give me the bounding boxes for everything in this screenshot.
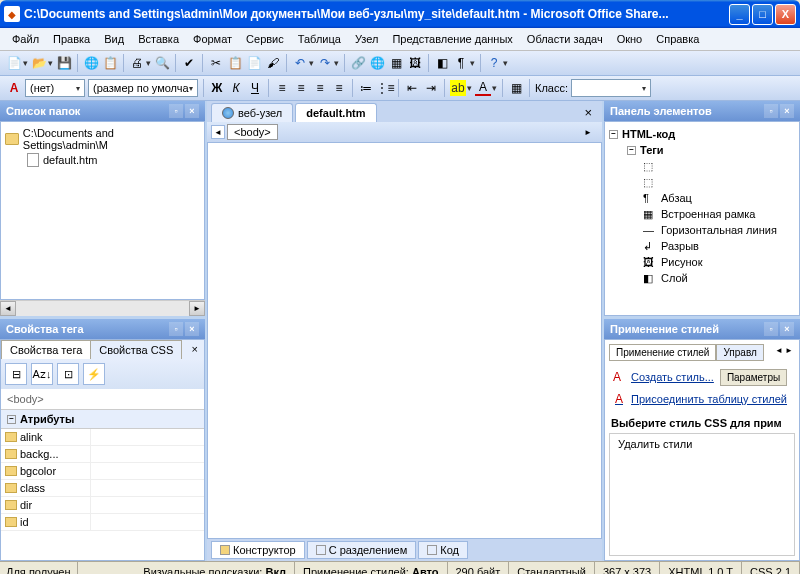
styles-tab-apply[interactable]: Применение стилей: [609, 344, 716, 361]
print-icon[interactable]: 🖨: [129, 55, 145, 71]
create-style-link[interactable]: Создать стиль...: [629, 367, 716, 387]
cut-icon[interactable]: ✂: [208, 55, 224, 71]
align-left-icon[interactable]: ≡: [274, 80, 290, 96]
tab-tag-props[interactable]: Свойства тега: [1, 340, 91, 359]
image-icon[interactable]: 🖼: [407, 55, 423, 71]
styles-tab-manage[interactable]: Управл: [716, 344, 763, 361]
doc-close-icon[interactable]: ×: [578, 103, 598, 122]
tabs-close-icon[interactable]: ×: [186, 340, 204, 359]
layers-icon[interactable]: ◧: [434, 55, 450, 71]
folder-file[interactable]: default.htm: [5, 152, 200, 168]
menu-insert[interactable]: Вставка: [132, 31, 185, 47]
folder-root[interactable]: C:\Documents and Settings\admin\М: [5, 126, 200, 152]
table-icon[interactable]: ▦: [388, 55, 404, 71]
folders-pin-icon[interactable]: ▫: [169, 104, 183, 118]
folders-close-icon[interactable]: ×: [185, 104, 199, 118]
new-icon[interactable]: 📄: [6, 55, 22, 71]
bc-body-tag[interactable]: <body>: [227, 124, 278, 140]
prop-evt-icon[interactable]: ⚡: [83, 363, 105, 385]
view-constructor[interactable]: Конструктор: [211, 541, 305, 559]
elements-close-icon[interactable]: ×: [780, 104, 794, 118]
prop-cat-icon[interactable]: ⊟: [5, 363, 27, 385]
element-item[interactable]: ⬚: [609, 158, 795, 174]
tab-css-props[interactable]: Свойства CSS: [90, 340, 182, 359]
prop-az-icon[interactable]: Aᴢ↓: [31, 363, 53, 385]
spell-icon[interactable]: ✔: [181, 55, 197, 71]
italic-icon[interactable]: К: [228, 80, 244, 96]
tagprops-pin-icon[interactable]: ▫: [169, 322, 183, 336]
elements-pin-icon[interactable]: ▫: [764, 104, 778, 118]
tagprops-close-icon[interactable]: ×: [185, 322, 199, 336]
size-combo[interactable]: (размер по умолча▾: [88, 79, 198, 97]
tab-default-htm[interactable]: default.htm: [295, 103, 376, 122]
num-list-icon[interactable]: ≔: [358, 80, 374, 96]
menu-datapres[interactable]: Представление данных: [386, 31, 518, 47]
fontcolor-icon[interactable]: A: [475, 80, 491, 96]
style-icon[interactable]: A: [6, 80, 22, 96]
collapse-icon[interactable]: −: [627, 146, 636, 155]
prop-show-icon[interactable]: ⊡: [57, 363, 79, 385]
view-code[interactable]: Код: [418, 541, 468, 559]
align-center-icon[interactable]: ≡: [293, 80, 309, 96]
menu-table[interactable]: Таблица: [292, 31, 347, 47]
web-icon[interactable]: 🌐: [369, 55, 385, 71]
remove-styles-item[interactable]: Удалить стили: [610, 434, 794, 454]
attr-row[interactable]: backg...: [1, 446, 204, 463]
collapse-icon[interactable]: −: [7, 415, 16, 424]
menu-taskpane[interactable]: Области задач: [521, 31, 609, 47]
preview-icon[interactable]: 📋: [102, 55, 118, 71]
redo-icon[interactable]: ↷: [317, 55, 333, 71]
align-justify-icon[interactable]: ≡: [331, 80, 347, 96]
bul-list-icon[interactable]: ⋮≡: [377, 80, 393, 96]
attr-row[interactable]: bgcolor: [1, 463, 204, 480]
class-combo[interactable]: ▾: [571, 79, 651, 97]
attr-row[interactable]: id: [1, 514, 204, 531]
undo-icon[interactable]: ↶: [292, 55, 308, 71]
copy-icon[interactable]: 📋: [227, 55, 243, 71]
open-icon[interactable]: 📂: [31, 55, 47, 71]
styles-close-icon[interactable]: ×: [780, 322, 794, 336]
publish-icon[interactable]: 🌐: [83, 55, 99, 71]
style-combo[interactable]: (нет)▾: [25, 79, 85, 97]
attr-row[interactable]: alink: [1, 429, 204, 446]
paste-icon[interactable]: 📄: [246, 55, 262, 71]
elem-tags-node[interactable]: − Теги: [609, 142, 795, 158]
minimize-button[interactable]: _: [729, 4, 750, 25]
collapse-icon[interactable]: −: [609, 130, 618, 139]
element-item[interactable]: ⬚: [609, 174, 795, 190]
preview2-icon[interactable]: 🔍: [154, 55, 170, 71]
menu-window[interactable]: Окно: [611, 31, 649, 47]
bc-next-icon[interactable]: ►: [584, 128, 598, 137]
fmtpaint-icon[interactable]: 🖌: [265, 55, 281, 71]
tab-website[interactable]: веб-узел: [211, 103, 293, 122]
menu-tools[interactable]: Сервис: [240, 31, 290, 47]
help-icon[interactable]: ?: [486, 55, 502, 71]
menu-help[interactable]: Справка: [650, 31, 705, 47]
close-button[interactable]: X: [775, 4, 796, 25]
menu-node[interactable]: Узел: [349, 31, 384, 47]
menu-view[interactable]: Вид: [98, 31, 130, 47]
link-icon[interactable]: 🔗: [350, 55, 366, 71]
indent-icon[interactable]: ⇥: [423, 80, 439, 96]
styles-pin-icon[interactable]: ▫: [764, 322, 778, 336]
menu-file[interactable]: Файл: [6, 31, 45, 47]
underline-icon[interactable]: Ч: [247, 80, 263, 96]
element-item[interactable]: ¶Абзац: [609, 190, 795, 206]
params-button[interactable]: Параметры: [720, 369, 787, 386]
bc-prev-icon[interactable]: ◄: [211, 125, 225, 139]
folders-scrollbar[interactable]: ◄►: [0, 300, 205, 316]
bold-icon[interactable]: Ж: [209, 80, 225, 96]
attr-section-header[interactable]: − Атрибуты: [1, 409, 204, 429]
element-item[interactable]: ◧Слой: [609, 270, 795, 286]
attach-stylesheet-link[interactable]: A Присоединить таблицу стилей: [609, 387, 795, 411]
highlight-icon[interactable]: ab: [450, 80, 466, 96]
menu-edit[interactable]: Правка: [47, 31, 96, 47]
element-item[interactable]: —Горизонтальная линия: [609, 222, 795, 238]
element-item[interactable]: ↲Разрыв: [609, 238, 795, 254]
align-right-icon[interactable]: ≡: [312, 80, 328, 96]
element-item[interactable]: ▦Встроенная рамка: [609, 206, 795, 222]
element-item[interactable]: 🖼Рисунок: [609, 254, 795, 270]
attr-row[interactable]: dir: [1, 497, 204, 514]
attr-row[interactable]: class: [1, 480, 204, 497]
save-icon[interactable]: 💾: [56, 55, 72, 71]
